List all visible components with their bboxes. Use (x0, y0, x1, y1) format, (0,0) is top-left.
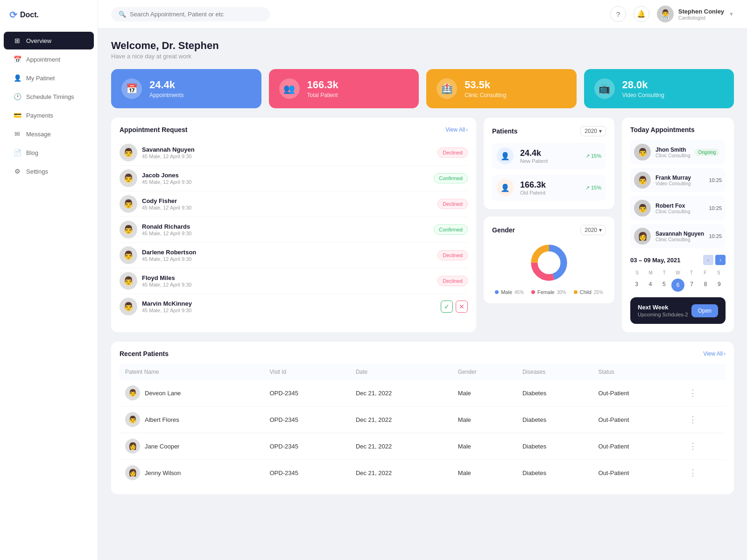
chevron-down-icon: ▾ (599, 227, 602, 233)
patient-avatar: 👩 (125, 439, 140, 454)
ongoing-badge: Ongoing (695, 149, 719, 156)
logo-text: Doct. (20, 11, 39, 19)
appointment-time: 10:25 (709, 233, 722, 239)
user-profile[interactable]: 👨‍⚕️ Stephen Conley Cardiologist ▼ (657, 6, 734, 22)
calendar-days-header: SMTWTFS (630, 269, 726, 277)
calendar-prev-button[interactable]: ‹ (703, 255, 713, 265)
patient-visit-id: OPD-2345 (264, 380, 350, 406)
today-appointment-name: Savannah Nguyen (655, 231, 704, 237)
stat-card-video-consulting: 📺 28.0k Video Consulting (584, 69, 734, 108)
next-week-open-button[interactable]: Open (691, 304, 718, 317)
sidebar-label-blog: Blog (26, 149, 38, 156)
patients-year-dropdown[interactable]: 2020 ▾ (580, 126, 606, 136)
sidebar-item-appointment[interactable]: 📅 Appointment (4, 50, 94, 68)
female-dot (531, 290, 535, 294)
patient-name: Deveon Lane (145, 390, 181, 397)
patient-date: Dec 21, 2022 (350, 433, 452, 460)
patient-visit-id: OPD-2345 (264, 433, 350, 460)
gender-legend: Male 45% Female 30% Child (492, 289, 606, 295)
appointment-list-item: 👨 Savannah Nguyen 45 Male, 12 April 9:30… (120, 140, 468, 166)
patient-more-actions[interactable]: ⋮ (683, 460, 726, 486)
search-input[interactable] (130, 11, 262, 18)
appointment-list-item: 👨 Ronald Richards 45 Male, 12 April 9:30… (120, 217, 468, 243)
new-patient-value: 24.4k (520, 148, 548, 158)
calendar-day[interactable]: 4 (644, 279, 656, 292)
patient-more-actions[interactable]: ⋮ (683, 380, 726, 406)
patients-header: Patients 2020 ▾ (492, 126, 606, 136)
main-grid: Appointment Request View All › 👨 Savanna… (111, 118, 734, 332)
more-icon[interactable]: ⋮ (689, 414, 720, 425)
nav-icon-message: ✉ (13, 130, 21, 138)
calendar-header: 03 – 09 May, 2021 ‹ › (630, 255, 726, 265)
calendar-day[interactable]: 7 (685, 279, 698, 292)
calendar-day[interactable]: 6 (671, 279, 684, 292)
sidebar-item-overview[interactable]: ⊞ Overview (4, 32, 94, 49)
patient-more-actions[interactable]: ⋮ (683, 433, 726, 460)
help-button[interactable]: ? (610, 6, 626, 22)
calendar-day[interactable]: 8 (699, 279, 712, 292)
calendar-day[interactable]: 3 (630, 279, 643, 292)
stat-card-total-patient: 👥 166.3k Total Patient (269, 69, 419, 108)
patient-name: Jenny Wilson (145, 469, 181, 476)
nav-icon-appointment: 📅 (13, 55, 21, 63)
confirm-button[interactable]: ✓ (441, 301, 453, 313)
table-row: 👩 Jane Cooper OPD-2345 Dec 21, 2022 Male… (120, 433, 726, 460)
more-icon[interactable]: ⋮ (689, 468, 720, 478)
patient-more-actions[interactable]: ⋮ (683, 406, 726, 433)
appointment-avatar: 👨 (120, 246, 137, 264)
more-icon[interactable]: ⋮ (689, 441, 720, 451)
appointment-info: Ronald Richards 45 Male, 12 April 9:30 (142, 223, 429, 236)
patient-date: Dec 21, 2022 (350, 406, 452, 433)
sidebar: ⟳ Doct. ⊞ Overview 📅 Appointment 👤 My Pa… (0, 0, 98, 560)
calendar-day[interactable]: 5 (658, 279, 670, 292)
patient-name-cell: 👩 Jane Cooper (120, 433, 264, 460)
appointment-detail: 45 Male, 12 April 9:30 (142, 231, 429, 236)
search-box[interactable]: 🔍 (111, 7, 270, 21)
appointment-avatar: 👨 (120, 195, 137, 213)
sidebar-item-blog[interactable]: 📄 Blog (4, 144, 94, 161)
stat-icon-video-consulting: 📺 (594, 78, 615, 99)
patient-status: Out-Patient (592, 406, 683, 433)
recent-patients-view-all[interactable]: View All › (703, 350, 726, 357)
stat-value-clinic-consulting: 53.5k (465, 79, 506, 91)
decline-button[interactable]: ✕ (456, 301, 468, 313)
gender-year-dropdown[interactable]: 2020 ▾ (580, 225, 606, 235)
appointment-name: Marvin McKinney (142, 300, 436, 307)
recent-patients-section: Recent Patients View All › Pateint NameV… (111, 342, 734, 494)
child-legend: Child 25% (574, 289, 603, 295)
table-row: 👨 Albert Flores OPD-2345 Dec 21, 2022 Ma… (120, 406, 726, 433)
appointment-request-header: Appointment Request View All › (120, 126, 468, 133)
search-icon: 🔍 (119, 11, 126, 18)
user-role: Cardiologist (678, 15, 724, 21)
calendar-section: 03 – 09 May, 2021 ‹ › SMTWTFS 3456789 (630, 255, 726, 292)
today-appointment-type: Clinic Consulting (655, 209, 690, 214)
patient-gender: Male (452, 433, 517, 460)
appointment-name: Cody Fisher (142, 197, 433, 204)
appointment-name: Darlene Robertson (142, 249, 433, 256)
patients-table: Pateint NameVisit IdDateGenderDiseasesSt… (120, 364, 726, 486)
sidebar-item-schedule[interactable]: 🕐 Schedule Timings (4, 88, 94, 105)
sidebar-item-my-patient[interactable]: 👤 My Patinet (4, 69, 94, 87)
sidebar-item-settings[interactable]: ⚙ Settings (4, 162, 94, 180)
more-icon[interactable]: ⋮ (689, 388, 720, 398)
stat-label-clinic-consulting: Clinic Consulting (465, 92, 506, 98)
calendar-day[interactable]: 9 (713, 279, 726, 292)
today-appointment-type: Clinic Consulting (655, 237, 704, 242)
status-badge: Confirmed (434, 173, 468, 183)
old-patient-change: ↗ 15% (585, 185, 601, 191)
new-patient-change: ↗ 15% (585, 153, 601, 159)
stat-card-clinic-consulting: 🏥 53.5k Clinic Consulting (426, 69, 577, 108)
next-week-title: Next Week (638, 304, 688, 311)
sidebar-item-payments[interactable]: 💳 Payments (4, 106, 94, 124)
appointment-info: Savannah Nguyen 45 Male, 12 April 9:30 (142, 146, 433, 159)
calendar-next-button[interactable]: › (715, 255, 726, 265)
today-appointment-type: Video Consulting (655, 181, 691, 186)
patient-name: Jane Cooper (145, 443, 179, 450)
old-patient-icon: 👤 (497, 179, 514, 196)
notifications-button[interactable]: 🔔 (634, 6, 649, 22)
calendar-day-label: F (698, 269, 712, 277)
sidebar-item-message[interactable]: ✉ Message (4, 125, 94, 143)
sidebar-nav: ⊞ Overview 📅 Appointment 👤 My Patinet 🕐 … (0, 32, 98, 180)
calendar-days: 3456789 (630, 279, 726, 292)
appointment-view-all[interactable]: View All › (445, 126, 468, 133)
